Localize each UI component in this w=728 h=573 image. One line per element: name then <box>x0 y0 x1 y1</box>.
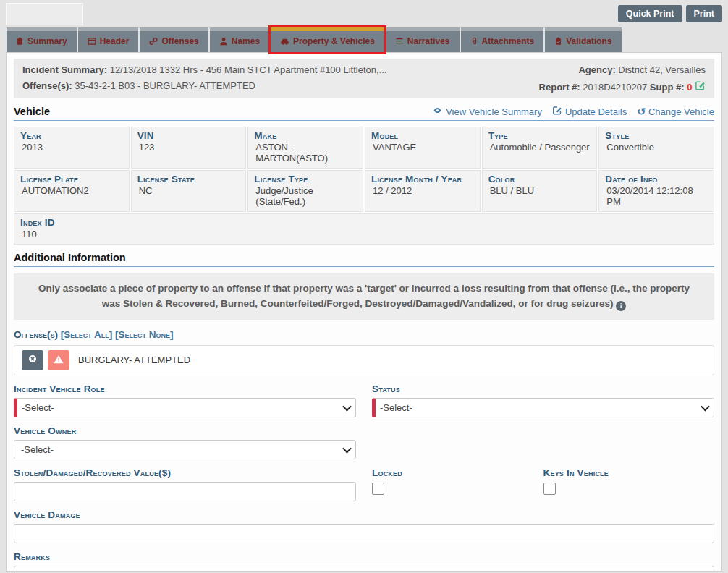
undo-icon: ↺ <box>637 106 646 116</box>
offense-name: BURGLARY- ATTEMPTED <box>78 355 190 365</box>
keys-in-vehicle-checkbox[interactable] <box>543 483 556 495</box>
offense-value: 35-43-2-1 B03 - BURGLARY- ATTEMPTED <box>75 80 255 91</box>
field-license-plate: License PlateAUTOMATION2 <box>14 170 130 212</box>
top-strip: Quick Print Print <box>0 0 728 27</box>
tab-narratives[interactable]: Narratives <box>386 27 460 52</box>
tab-property-vehicles[interactable]: Property & Vehicles <box>271 27 384 52</box>
field-type: TypeAutomobile / Passenger <box>482 127 598 169</box>
vehicle-damage-input[interactable] <box>14 524 714 543</box>
vehicle-damage-label: Vehicle Damage <box>14 509 714 520</box>
field-style: StyleConvertible <box>598 127 714 169</box>
field-license-state: License StateNC <box>131 170 247 212</box>
vehicle-damage-field: Vehicle Damage <box>14 509 714 543</box>
field-make: MakeASTON - MARTON(ASTO) <box>247 127 363 169</box>
field-model: ModelVANTAGE <box>365 127 481 169</box>
supp-edit-icon[interactable] <box>695 82 706 93</box>
tab-label: Property & Vehicles <box>293 36 375 46</box>
remarks-label: Remarks <box>14 551 714 562</box>
link-label: Update Details <box>565 106 627 117</box>
vehicle-owner-select[interactable]: -Select- <box>14 440 356 459</box>
report-line: Report #: 2018D4210207 Supp #: 0 <box>539 80 706 93</box>
tab-bar: Summary Header Offenses Names Property &… <box>0 27 728 52</box>
status-label: Status <box>372 383 714 394</box>
incident-summary-bar: Incident Summary: 12/13/2018 1332 Hrs - … <box>14 59 714 98</box>
view-vehicle-summary-link[interactable]: View Vehicle Summary <box>432 106 542 117</box>
status-field: Status -Select- <box>372 375 714 417</box>
vehicle-section-header: Vehicle View Vehicle Summary Update Deta… <box>14 106 714 121</box>
link-label: Change Vehicle <box>648 106 714 117</box>
offense-item[interactable]: BURGLARY- ATTEMPTED <box>14 345 714 375</box>
stolen-value-label: Stolen/Damaged/Recovered Value($) <box>14 467 356 478</box>
status-select[interactable]: -Select- <box>372 398 714 417</box>
locked-checkbox[interactable] <box>372 483 384 495</box>
clipboard-check-icon <box>554 37 562 46</box>
tab-names[interactable]: Names <box>210 27 269 52</box>
form-row-owner: Vehicle Owner -Select- <box>14 417 714 459</box>
additional-info-header: Additional Information <box>14 252 714 267</box>
tab-label: Attachments <box>482 36 535 46</box>
tab-label: Validations <box>566 36 611 46</box>
field-date-of-info: Date of Info03/20/2014 12:12:08 PM <box>598 170 714 212</box>
list-icon <box>395 37 404 46</box>
vehicle-row-3: Index ID110 <box>14 213 714 245</box>
page: Quick Print Print Summary Header Offense… <box>0 0 728 573</box>
stolen-value-input[interactable] <box>14 482 356 501</box>
vehicle-section-title: Vehicle <box>14 106 50 117</box>
supp-value: 0 <box>687 82 692 93</box>
window-icon <box>88 37 96 46</box>
report-label: Report #: <box>539 82 580 93</box>
tab-label: Offenses <box>161 36 198 46</box>
locked-label: Locked <box>372 467 543 478</box>
select-all-link[interactable]: [Select All] <box>61 329 113 340</box>
locked-field: Locked <box>372 459 543 501</box>
incident-vehicle-role-select[interactable]: -Select- <box>14 398 356 417</box>
tab-offenses[interactable]: Offenses <box>140 27 208 52</box>
field-color: ColorBLU / BLU <box>482 170 598 212</box>
incident-summary-value: 12/13/2018 1332 Hrs - 456 Main STCT Apar… <box>110 64 387 75</box>
field-license-type: License TypeJudge/Justice (State/Fed.) <box>247 170 363 212</box>
field-year: Year2013 <box>14 127 130 169</box>
tab-label: Narratives <box>407 36 450 46</box>
agency-line: Agency: District 42, Versailles <box>539 64 706 75</box>
offenses-select-row: Offense(s) [Select All] [Select None] <box>14 329 714 340</box>
vehicle-owner-label: Vehicle Owner <box>14 425 356 436</box>
change-vehicle-link[interactable]: ↺ Change Vehicle <box>637 106 714 117</box>
incident-vehicle-role-label: Incident Vehicle Role <box>14 383 356 394</box>
tab-label: Header <box>100 36 130 46</box>
tab-header[interactable]: Header <box>78 27 139 52</box>
vehicle-action-links: View Vehicle Summary Update Details ↺ Ch… <box>432 106 714 117</box>
offense-line: Offense(s): 35-43-2-1 B03 - BURGLARY- AT… <box>22 80 539 93</box>
eye-icon <box>432 106 443 117</box>
clipboard-icon <box>16 37 24 46</box>
person-icon <box>219 37 228 46</box>
tab-validations[interactable]: Validations <box>545 27 621 52</box>
print-button-group: Quick Print Print <box>618 5 722 22</box>
offense-warning-button[interactable] <box>48 350 69 370</box>
update-details-link[interactable]: Update Details <box>552 106 627 117</box>
vehicle-owner-field: Vehicle Owner -Select- <box>14 417 356 459</box>
tab-attachments[interactable]: Attachments <box>461 27 544 52</box>
select-none-link[interactable]: [Select None] <box>115 329 174 340</box>
paperclip-icon <box>470 37 478 46</box>
print-button[interactable]: Print <box>686 5 722 22</box>
association-note: Only associate a piece of property to an… <box>14 273 714 320</box>
tab-label: Names <box>232 36 260 46</box>
content-panel: Incident Summary: 12/13/2018 1332 Hrs - … <box>6 52 722 572</box>
car-icon <box>280 37 289 46</box>
tab-summary[interactable]: Summary <box>7 27 77 52</box>
offense-label: Offense(s): <box>22 80 72 91</box>
incident-summary-label: Incident Summary: <box>22 64 107 75</box>
form-row-value-checks: Stolen/Damaged/Recovered Value($) Locked… <box>14 459 714 501</box>
incident-vehicle-role-field: Incident Vehicle Role -Select- <box>14 375 356 417</box>
info-icon[interactable]: i <box>616 301 626 311</box>
vehicle-row-1: Year2013 VIN123 MakeASTON - MARTON(ASTO)… <box>14 127 714 169</box>
field-index-id: Index ID110 <box>14 213 714 245</box>
supp-label: Supp #: <box>650 82 685 93</box>
edit-icon <box>552 106 562 117</box>
incident-summary-line: Incident Summary: 12/13/2018 1332 Hrs - … <box>22 64 539 75</box>
checkbox-pair: Locked Keys In Vehicle <box>372 459 714 501</box>
remarks-input[interactable] <box>14 566 714 572</box>
offense-options-button[interactable] <box>22 350 43 370</box>
additional-info-title: Additional Information <box>14 252 126 263</box>
quick-print-button[interactable]: Quick Print <box>618 5 682 22</box>
